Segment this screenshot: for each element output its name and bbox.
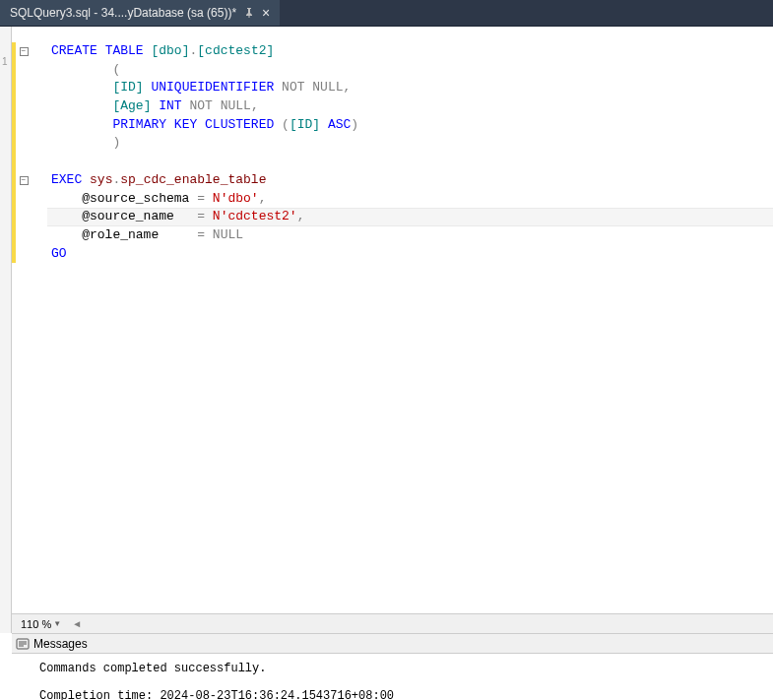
fold-gutter [16, 79, 32, 97]
pin-icon[interactable] [244, 8, 254, 18]
code-text[interactable]: GO [47, 245, 67, 264]
messages-body: Commands completed successfully. Complet… [12, 654, 773, 700]
zoom-bar: 110 % ▼ ◄ [12, 613, 773, 633]
code-editor[interactable]: −CREATE TABLE [dbo].[cdctest2] ( [ID] UN… [12, 27, 773, 613]
ruler-mark: 1 [2, 56, 8, 67]
gutter [12, 61, 47, 80]
fold-gutter [16, 116, 32, 135]
code-line[interactable]: −CREATE TABLE [dbo].[cdctest2] [12, 42, 773, 61]
fold-gutter [16, 134, 32, 153]
fold-gutter [16, 153, 32, 171]
tab-bar: SQLQuery3.sql - 34....yDatabase (sa (65)… [0, 0, 773, 27]
code-line[interactable] [12, 153, 773, 171]
fold-gutter [16, 190, 32, 209]
gutter: − [12, 171, 47, 190]
messages-icon [16, 637, 30, 651]
gutter [12, 190, 47, 209]
messages-line: Commands completed successfully. [39, 660, 765, 677]
fold-gutter: − [16, 171, 32, 190]
messages-tab-label: Messages [33, 637, 88, 651]
code-line[interactable]: [ID] UNIQUEIDENTIFIER NOT NULL, [12, 79, 773, 97]
code-line[interactable]: @source_name = N'cdctest2', [12, 208, 773, 226]
fold-gutter: − [16, 42, 32, 61]
gutter [12, 134, 47, 153]
editor-ruler: 1 [0, 27, 12, 633]
editor-inner: −CREATE TABLE [dbo].[cdctest2] ( [ID] UN… [12, 27, 773, 633]
gutter [12, 226, 47, 245]
code-text[interactable]: @source_schema = N'dbo', [47, 190, 266, 209]
active-tab[interactable]: SQLQuery3.sql - 34....yDatabase (sa (65)… [0, 0, 280, 26]
code-text[interactable]: EXEC sys.sp_cdc_enable_table [47, 171, 266, 190]
code-text[interactable]: ( [47, 61, 120, 80]
fold-gutter [16, 208, 32, 226]
code-text[interactable]: PRIMARY KEY CLUSTERED ([ID] ASC) [47, 116, 358, 135]
zoom-dropdown[interactable]: 110 % ▼ [16, 617, 66, 631]
code-line[interactable]: @role_name = NULL [12, 226, 773, 245]
close-icon[interactable]: × [262, 6, 270, 20]
gutter [12, 116, 47, 135]
chevron-down-icon: ▼ [53, 619, 61, 628]
code-line[interactable]: ) [12, 134, 773, 153]
code-line[interactable]: [Age] INT NOT NULL, [12, 97, 773, 116]
gutter: − [12, 42, 47, 61]
fold-toggle-icon[interactable]: − [20, 47, 29, 56]
fold-gutter [16, 245, 32, 264]
messages-panel: Messages Commands completed successfully… [12, 633, 773, 700]
gutter [12, 153, 47, 171]
code-text[interactable]: CREATE TABLE [dbo].[cdctest2] [47, 42, 274, 61]
code-line[interactable]: PRIMARY KEY CLUSTERED ([ID] ASC) [12, 116, 773, 135]
gutter [12, 79, 47, 97]
scroll-left-icon[interactable]: ◄ [72, 618, 82, 629]
code-text[interactable]: [Age] INT NOT NULL, [47, 97, 259, 116]
gutter [12, 245, 47, 264]
tab-title: SQLQuery3.sql - 34....yDatabase (sa (65)… [10, 6, 236, 20]
fold-gutter [16, 226, 32, 245]
fold-toggle-icon[interactable]: − [20, 176, 29, 185]
code-text[interactable]: @role_name = NULL [47, 226, 243, 245]
messages-line: Completion time: 2024-08-23T16:36:24.154… [39, 687, 765, 700]
messages-tab[interactable]: Messages [12, 634, 773, 654]
code-text[interactable] [47, 153, 51, 171]
code-text[interactable]: ) [47, 134, 120, 153]
code-text[interactable]: @source_name = N'cdctest2', [47, 208, 305, 226]
fold-gutter [16, 97, 32, 116]
fold-gutter [16, 61, 32, 80]
gutter [12, 97, 47, 116]
code-line[interactable]: ( [12, 61, 773, 80]
gutter [12, 208, 47, 226]
code-line[interactable]: −EXEC sys.sp_cdc_enable_table [12, 171, 773, 190]
zoom-value: 110 % [21, 618, 51, 630]
code-line[interactable]: GO [12, 245, 773, 264]
code-line[interactable]: @source_schema = N'dbo', [12, 190, 773, 209]
code-text[interactable]: [ID] UNIQUEIDENTIFIER NOT NULL, [47, 79, 351, 97]
editor-outer: 1 −CREATE TABLE [dbo].[cdctest2] ( [ID] … [0, 27, 773, 633]
